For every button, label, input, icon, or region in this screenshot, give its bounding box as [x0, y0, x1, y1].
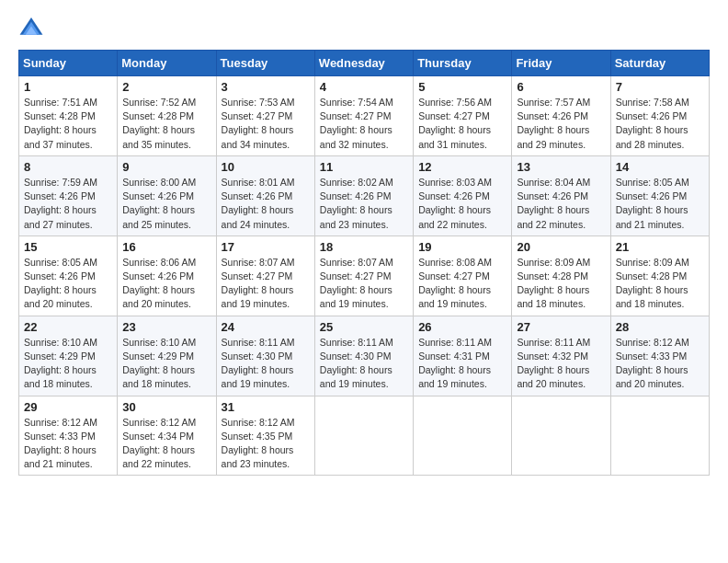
day-info: Sunrise: 8:03 AMSunset: 4:26 PMDaylight:… [418, 177, 492, 230]
day-info: Sunrise: 7:59 AMSunset: 4:26 PMDaylight:… [24, 177, 97, 230]
calendar-cell: 31 Sunrise: 8:12 AMSunset: 4:35 PMDaylig… [216, 396, 314, 476]
day-number: 2 [122, 80, 210, 94]
calendar-cell: 22 Sunrise: 8:10 AMSunset: 4:29 PMDaylig… [19, 316, 118, 396]
calendar-cell: 13 Sunrise: 8:04 AMSunset: 4:26 PMDaylig… [512, 155, 610, 236]
calendar-header-row: SundayMondayTuesdayWednesdayThursdayFrid… [19, 51, 710, 76]
day-info: Sunrise: 7:51 AMSunset: 4:28 PMDaylight:… [24, 97, 97, 150]
day-info: Sunrise: 8:00 AMSunset: 4:26 PMDaylight:… [122, 177, 196, 230]
day-number: 13 [517, 160, 605, 174]
calendar-cell: 19 Sunrise: 8:08 AMSunset: 4:27 PMDaylig… [414, 236, 512, 316]
day-number: 16 [122, 240, 210, 254]
day-info: Sunrise: 7:57 AMSunset: 4:26 PMDaylight:… [517, 97, 590, 150]
calendar-cell: 25 Sunrise: 8:11 AMSunset: 4:30 PMDaylig… [314, 316, 413, 396]
calendar-cell: 26 Sunrise: 8:11 AMSunset: 4:31 PMDaylig… [414, 316, 512, 396]
day-info: Sunrise: 8:06 AMSunset: 4:26 PMDaylight:… [122, 257, 196, 310]
day-info: Sunrise: 8:02 AMSunset: 4:26 PMDaylight:… [320, 177, 393, 230]
day-info: Sunrise: 8:11 AMSunset: 4:32 PMDaylight:… [517, 337, 590, 390]
day-info: Sunrise: 8:01 AMSunset: 4:26 PMDaylight:… [222, 177, 295, 230]
calendar-week-row: 1 Sunrise: 7:51 AMSunset: 4:28 PMDayligh… [19, 76, 710, 156]
day-number: 17 [222, 240, 310, 254]
calendar-cell: 29 Sunrise: 8:12 AMSunset: 4:33 PMDaylig… [19, 396, 118, 476]
calendar-cell: 3 Sunrise: 7:53 AMSunset: 4:27 PMDayligh… [216, 76, 314, 156]
day-number: 9 [122, 160, 210, 174]
calendar-cell: 11 Sunrise: 8:02 AMSunset: 4:26 PMDaylig… [314, 155, 413, 236]
day-number: 21 [616, 240, 704, 254]
calendar-cell: 30 Sunrise: 8:12 AMSunset: 4:34 PMDaylig… [118, 396, 216, 476]
day-number: 6 [517, 80, 605, 94]
calendar-cell: 7 Sunrise: 7:58 AMSunset: 4:26 PMDayligh… [610, 76, 709, 156]
day-info: Sunrise: 8:09 AMSunset: 4:28 PMDaylight:… [616, 257, 689, 310]
day-info: Sunrise: 7:53 AMSunset: 4:27 PMDaylight:… [222, 97, 295, 150]
day-number: 4 [320, 80, 408, 94]
calendar-cell: 21 Sunrise: 8:09 AMSunset: 4:28 PMDaylig… [610, 236, 709, 316]
day-number: 10 [222, 160, 310, 174]
calendar-cell: 24 Sunrise: 8:11 AMSunset: 4:30 PMDaylig… [216, 316, 314, 396]
calendar-cell: 6 Sunrise: 7:57 AMSunset: 4:26 PMDayligh… [512, 76, 610, 156]
day-number: 12 [418, 160, 506, 174]
calendar-cell: 20 Sunrise: 8:09 AMSunset: 4:28 PMDaylig… [512, 236, 610, 316]
day-number: 22 [24, 320, 112, 334]
calendar-cell [512, 396, 610, 476]
day-info: Sunrise: 8:11 AMSunset: 4:31 PMDaylight:… [418, 337, 492, 390]
weekday-header: Saturday [610, 51, 709, 76]
day-number: 25 [320, 320, 408, 334]
calendar-cell [414, 396, 512, 476]
day-info: Sunrise: 8:12 AMSunset: 4:33 PMDaylight:… [616, 337, 689, 390]
day-number: 31 [222, 400, 310, 414]
page: SundayMondayTuesdayWednesdayThursdayFrid… [0, 0, 728, 563]
day-info: Sunrise: 8:07 AMSunset: 4:27 PMDaylight:… [320, 257, 393, 310]
header [18, 15, 710, 40]
day-info: Sunrise: 8:07 AMSunset: 4:27 PMDaylight:… [222, 257, 295, 310]
calendar-cell [610, 396, 709, 476]
calendar-cell: 2 Sunrise: 7:52 AMSunset: 4:28 PMDayligh… [118, 76, 216, 156]
day-number: 5 [418, 80, 506, 94]
day-number: 20 [517, 240, 605, 254]
logo-icon [18, 15, 44, 40]
calendar-table: SundayMondayTuesdayWednesdayThursdayFrid… [18, 50, 710, 476]
day-info: Sunrise: 8:08 AMSunset: 4:27 PMDaylight:… [418, 257, 492, 310]
day-info: Sunrise: 8:05 AMSunset: 4:26 PMDaylight:… [616, 177, 689, 230]
calendar-cell: 9 Sunrise: 8:00 AMSunset: 4:26 PMDayligh… [118, 155, 216, 236]
calendar-cell: 1 Sunrise: 7:51 AMSunset: 4:28 PMDayligh… [19, 76, 118, 156]
calendar-week-row: 8 Sunrise: 7:59 AMSunset: 4:26 PMDayligh… [19, 155, 710, 236]
weekday-header: Monday [118, 51, 216, 76]
day-info: Sunrise: 8:12 AMSunset: 4:35 PMDaylight:… [222, 417, 295, 470]
calendar-cell: 23 Sunrise: 8:10 AMSunset: 4:29 PMDaylig… [118, 316, 216, 396]
weekday-header: Wednesday [314, 51, 413, 76]
calendar-cell: 16 Sunrise: 8:06 AMSunset: 4:26 PMDaylig… [118, 236, 216, 316]
day-number: 18 [320, 240, 408, 254]
day-info: Sunrise: 8:12 AMSunset: 4:33 PMDaylight:… [24, 417, 97, 470]
day-info: Sunrise: 7:54 AMSunset: 4:27 PMDaylight:… [320, 97, 393, 150]
day-info: Sunrise: 8:10 AMSunset: 4:29 PMDaylight:… [122, 337, 196, 390]
weekday-header: Tuesday [216, 51, 314, 76]
day-number: 26 [418, 320, 506, 334]
calendar-cell: 4 Sunrise: 7:54 AMSunset: 4:27 PMDayligh… [314, 76, 413, 156]
day-info: Sunrise: 8:11 AMSunset: 4:30 PMDaylight:… [320, 337, 393, 390]
weekday-header: Thursday [414, 51, 512, 76]
calendar-cell: 27 Sunrise: 8:11 AMSunset: 4:32 PMDaylig… [512, 316, 610, 396]
day-number: 14 [616, 160, 704, 174]
calendar-cell: 14 Sunrise: 8:05 AMSunset: 4:26 PMDaylig… [610, 155, 709, 236]
calendar-cell: 17 Sunrise: 8:07 AMSunset: 4:27 PMDaylig… [216, 236, 314, 316]
day-info: Sunrise: 8:11 AMSunset: 4:30 PMDaylight:… [222, 337, 295, 390]
day-number: 15 [24, 240, 112, 254]
calendar-cell: 15 Sunrise: 8:05 AMSunset: 4:26 PMDaylig… [19, 236, 118, 316]
calendar-week-row: 22 Sunrise: 8:10 AMSunset: 4:29 PMDaylig… [19, 316, 710, 396]
day-number: 7 [616, 80, 704, 94]
day-number: 8 [24, 160, 112, 174]
day-number: 30 [122, 400, 210, 414]
day-info: Sunrise: 8:04 AMSunset: 4:26 PMDaylight:… [517, 177, 590, 230]
day-number: 3 [222, 80, 310, 94]
calendar-cell [314, 396, 413, 476]
day-number: 19 [418, 240, 506, 254]
calendar-cell: 18 Sunrise: 8:07 AMSunset: 4:27 PMDaylig… [314, 236, 413, 316]
weekday-header: Friday [512, 51, 610, 76]
day-number: 1 [24, 80, 112, 94]
calendar-cell: 8 Sunrise: 7:59 AMSunset: 4:26 PMDayligh… [19, 155, 118, 236]
day-info: Sunrise: 8:12 AMSunset: 4:34 PMDaylight:… [122, 417, 196, 470]
day-number: 11 [320, 160, 408, 174]
day-info: Sunrise: 7:58 AMSunset: 4:26 PMDaylight:… [616, 97, 689, 150]
calendar-cell: 12 Sunrise: 8:03 AMSunset: 4:26 PMDaylig… [414, 155, 512, 236]
day-number: 24 [222, 320, 310, 334]
calendar-week-row: 15 Sunrise: 8:05 AMSunset: 4:26 PMDaylig… [19, 236, 710, 316]
